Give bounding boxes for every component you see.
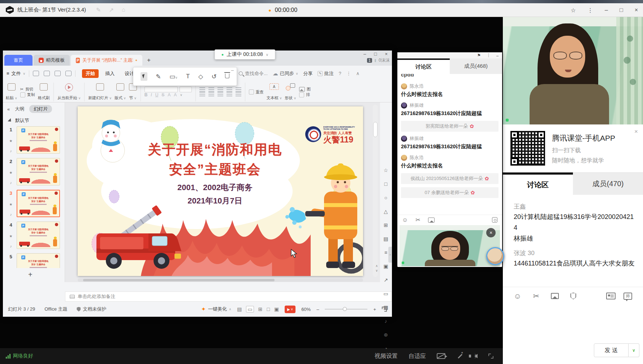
image-upload-icon[interactable]: [428, 218, 435, 223]
zoom-in-button[interactable]: +: [373, 307, 376, 312]
panel-kebab-icon[interactable]: ⋮: [487, 53, 491, 58]
recheck-button[interactable]: 重查: [249, 89, 264, 95]
panel-minimize-icon[interactable]: –: [496, 53, 499, 58]
wps-maximize-button[interactable]: □: [374, 51, 377, 57]
shapes-button[interactable]: 形状 ∨: [285, 83, 296, 101]
share-button[interactable]: 分享: [303, 70, 312, 77]
text-tool-button[interactable]: T: [186, 73, 190, 80]
toolbar-minimize-button[interactable]: –: [231, 67, 234, 73]
wps-tab-document[interactable]: P 关于开展 “消防和...” 主题班会PPT ●: [71, 55, 142, 66]
raised-hand-avatar[interactable]: [486, 247, 504, 265]
effects-icon[interactable]: ☆: [384, 167, 388, 173]
preview-icon[interactable]: [65, 71, 72, 76]
text-direction-icon[interactable]: [236, 87, 241, 92]
reading-view-icon[interactable]: □: [267, 306, 269, 312]
maximize-button[interactable]: □: [620, 7, 623, 13]
fullscreen-icon[interactable]: [488, 354, 493, 359]
underline-button[interactable]: U: [155, 92, 159, 97]
horizontal-scroll-thumb[interactable]: [83, 279, 275, 281]
wps-tab-home[interactable]: 首页: [4, 55, 33, 66]
chat-tab-members[interactable]: 成员(468): [450, 58, 502, 74]
class-status-pill[interactable]: ● 上课中 00:18:08 ∨: [215, 49, 275, 60]
justify-icon[interactable]: [226, 92, 232, 97]
bullet-list-icon[interactable]: [199, 87, 205, 92]
slide-thumbnail-4[interactable]: 4★♪ P关于开展“消防和用电安全”主题班会: [5, 222, 65, 249]
font-size-select[interactable]: [180, 87, 192, 92]
image-upload-icon[interactable]: [551, 293, 559, 299]
sync-status[interactable]: ☁ 已同步 ∨: [273, 70, 298, 77]
collapse-ribbon-icon[interactable]: ∧: [356, 71, 360, 76]
minimize-button[interactable]: –: [605, 7, 608, 13]
camera-settings-icon[interactable]: [492, 217, 497, 223]
auto-fit-button[interactable]: 自适应: [409, 352, 426, 360]
paste-button[interactable]: 粘贴 ∨: [6, 83, 17, 101]
decrease-indent-icon[interactable]: [217, 87, 223, 92]
ribbon-kebab-icon[interactable]: ⋮: [346, 71, 351, 76]
shape-tool-button[interactable]: ▭∨: [169, 73, 178, 80]
split-view-icon[interactable]: ▣: [274, 306, 279, 312]
align-icon[interactable]: ≡: [384, 250, 387, 255]
eraser-tool-button[interactable]: ◇: [198, 73, 203, 80]
canvas-horizontal-scrollbar[interactable]: [78, 279, 363, 282]
slide-canvas-area[interactable]: 关于开展“消防和用电 安全”主题班会 2001、2002电子商务 2021年10…: [65, 102, 380, 282]
home-icon[interactable]: ⌂: [122, 6, 125, 13]
undo-icon[interactable]: [44, 71, 50, 76]
notes-bar[interactable]: 单击此处添加备注: [65, 291, 392, 302]
clear-all-button[interactable]: [225, 73, 229, 80]
chat-tab-discussion[interactable]: 讨论区: [397, 58, 450, 74]
bold-button[interactable]: B: [144, 92, 148, 97]
arrange-button[interactable]: 排: [299, 92, 311, 97]
emoji-icon[interactable]: ☺: [402, 217, 408, 223]
select-tool-button[interactable]: [141, 72, 147, 81]
align-right-icon[interactable]: [217, 92, 223, 97]
increase-indent-icon[interactable]: [226, 87, 232, 92]
copy-button[interactable]: 复制: [20, 92, 35, 97]
scroll-down-icon[interactable]: ∨: [375, 269, 378, 272]
web-icon[interactable]: ⊕: [384, 332, 388, 338]
picture-button[interactable]: 图: [299, 87, 311, 92]
normal-view-icon[interactable]: ▭: [246, 306, 254, 312]
comment-button[interactable]: ✎ 批注: [318, 70, 333, 77]
help-icon[interactable]: ?: [338, 71, 341, 76]
wps-tab-docer[interactable]: 稻壳模板: [34, 55, 70, 66]
favorite-icon[interactable]: ☆: [571, 7, 576, 14]
speaker-icon[interactable]: [474, 354, 478, 358]
close-qr-icon[interactable]: ×: [634, 128, 638, 135]
video-settings-button[interactable]: 视频设置: [375, 352, 398, 360]
slideshow-play-button[interactable]: ▶ ∨: [285, 306, 295, 313]
file-menu[interactable]: ≡ 文件 ∨: [7, 70, 25, 77]
close-video-button[interactable]: ×: [486, 228, 496, 237]
save-icon[interactable]: [33, 71, 39, 76]
slide-thumbnail-5[interactable]: 5★ P关于开展“消防和用电安全”主题班会: [5, 253, 65, 268]
find-command[interactable]: 查找命令...: [239, 70, 268, 77]
numbered-list-icon[interactable]: [208, 87, 214, 92]
theme-name[interactable]: Office 主题: [44, 306, 67, 312]
format-painter-button[interactable]: 格式刷: [38, 83, 50, 101]
pin-icon[interactable]: ⚑: [477, 53, 481, 58]
print-icon[interactable]: [55, 71, 61, 76]
camera-off-icon[interactable]: [437, 353, 445, 359]
zoom-slider[interactable]: [325, 309, 367, 310]
vertical-scroll-thumb[interactable]: [373, 122, 377, 137]
add-slide-button[interactable]: +: [28, 271, 33, 279]
ribbon-tab-insert[interactable]: 插入: [102, 69, 118, 78]
share-icon[interactable]: ↗: [109, 6, 113, 13]
close-button[interactable]: ×: [635, 7, 638, 13]
teacher-chat-icon[interactable]: 师: [623, 293, 632, 300]
current-slide[interactable]: 关于开展“消防和用电 安全”主题班会 2001、2002电子商务 2021年10…: [78, 106, 363, 276]
collaboration-status[interactable]: 1 ‖ 0沫沫: [367, 57, 390, 63]
font-name-select[interactable]: [144, 87, 178, 92]
wps-minimize-button[interactable]: –: [363, 51, 366, 57]
slide-thumbnail-3-selected[interactable]: 3★♪ P关于开展“消防和用电安全”主题班会: [5, 190, 65, 217]
grid-icon[interactable]: ⊞: [384, 222, 388, 228]
line-spacing-icon[interactable]: [236, 92, 241, 97]
zoom-out-button[interactable]: –: [316, 307, 319, 312]
strikethrough-button[interactable]: S: [161, 92, 164, 97]
wps-close-button[interactable]: ×: [385, 51, 388, 57]
edit-icon[interactable]: ✎: [96, 6, 101, 13]
ribbon-tab-start[interactable]: 开始: [82, 69, 99, 78]
send-options-chevron[interactable]: ∨: [629, 343, 639, 357]
screenshot-scissors-icon[interactable]: ✂: [533, 292, 539, 301]
slide-thumbnail-2[interactable]: 2★♪ P关于开展“消防和用电安全”主题班会: [5, 158, 65, 185]
send-button[interactable]: 发 送: [594, 343, 629, 357]
